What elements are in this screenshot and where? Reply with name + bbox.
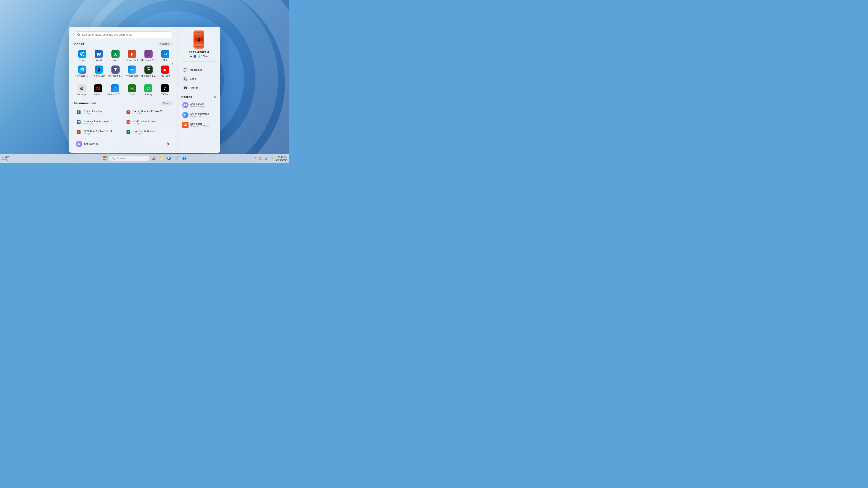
rec-time-5: 16h ago <box>133 132 156 135</box>
photos-button[interactable]: 🖼 Photos <box>181 84 217 92</box>
rec-item-family-reunion[interactable]: P Family Reunion Photos 2023 40m ago <box>123 107 173 117</box>
xbox-label: Xbox <box>129 93 135 96</box>
xlsx2-icon: X <box>125 129 131 135</box>
app-edge[interactable]: Edge <box>74 48 91 63</box>
chevron-up-icon[interactable]: ∧ <box>254 156 257 160</box>
taskbar-icon-teams[interactable]: 👥 <box>181 155 188 162</box>
rec-name-5: Expense Worksheet <box>133 130 156 132</box>
app-search-input[interactable] <box>82 33 169 36</box>
spotify-icon: ♫ <box>144 84 152 92</box>
app-xbox[interactable]: 🎮 Xbox <box>124 83 140 98</box>
volume-icon[interactable]: 🔊 <box>264 156 269 160</box>
word-icon: W <box>95 50 103 58</box>
app-powerpoint[interactable]: P PowerPoint <box>125 48 140 63</box>
start-menu-container: Pinned All apps › Edge W Word X <box>69 27 220 153</box>
app-todo[interactable]: ✓ Microsoft To Do <box>106 83 124 98</box>
rec-item-expense[interactable]: X Expense Worksheet 16h ago <box>123 127 173 137</box>
mail-label: Mail <box>163 59 167 61</box>
svg-text:P: P <box>127 111 129 113</box>
connected-indicator <box>190 56 192 57</box>
taskbar-search-icon: 🔍 <box>112 157 115 160</box>
app-excel[interactable]: X Excel <box>107 48 124 63</box>
svg-text:W: W <box>77 121 80 123</box>
app-mail[interactable]: ✉ Mail <box>158 48 173 63</box>
taskbar-icon-store[interactable]: 🛒 <box>173 155 180 162</box>
spotify-label: Spotify <box>145 93 152 96</box>
edge-icon <box>78 50 86 58</box>
app-netflix[interactable]: N Netflix <box>90 83 106 98</box>
app-settings[interactable]: ⚙ Settings <box>74 83 90 98</box>
rec-item-2024-goal[interactable]: P 2024 Goal & Objective Planning 3h ago <box>74 127 123 137</box>
kristin-name: Kristin Patterson <box>190 113 209 115</box>
svg-rect-16 <box>103 159 105 160</box>
system-clock[interactable]: 9:28 AM 10/6/2024 <box>276 156 287 161</box>
todo-label: Microsoft To Do <box>107 93 123 96</box>
battery-level: 100% <box>201 55 208 58</box>
solitaire-label: Microsoft Solitaire... <box>141 74 156 77</box>
network-icon[interactable]: 📶 <box>258 156 263 160</box>
more-button[interactable]: More › <box>161 101 173 105</box>
svg-text:P: P <box>78 131 79 133</box>
battery-taskbar-icon[interactable]: 🔋 <box>270 156 275 160</box>
svg-text:X: X <box>127 131 129 133</box>
calls-label: Calls <box>190 77 196 80</box>
recommended-section: Recommended More › X Project Planning 6h… <box>74 101 173 137</box>
rec-time-0: 6h ago <box>84 112 102 115</box>
recent-settings-icon[interactable]: ⚙ <box>214 95 217 99</box>
photo-name: New photo <box>190 123 209 125</box>
calls-button[interactable]: 📞 Calls <box>181 74 217 84</box>
taskbar-icon-browser[interactable]: 📁 <box>158 155 165 162</box>
app-solitaire[interactable]: 🃏 Microsoft Solitaire... <box>140 64 157 79</box>
photos-icon: 🖼 <box>78 66 86 74</box>
app-spotify[interactable]: ♫ Spotify <box>141 83 156 98</box>
android-phone-icon: 📱 <box>193 31 204 48</box>
user-section[interactable]: K Kat Larsson ⏻ <box>74 139 173 149</box>
rec-item-project-planning[interactable]: X Project Planning 6h ago <box>74 107 123 117</box>
start-button[interactable] <box>101 155 108 162</box>
all-apps-button[interactable]: All apps › <box>158 42 173 46</box>
kristin-avatar: KP <box>182 112 188 118</box>
app-search-box[interactable] <box>74 31 173 38</box>
taskbar-icon-files[interactable]: 🎪 <box>150 155 157 162</box>
svg-line-1 <box>79 35 80 36</box>
taskbar-right: ∧ 📶 🔊 🔋 9:28 AM 10/6/2024 <box>254 156 287 161</box>
app-tiktok[interactable]: ♪ TikTok <box>157 83 173 98</box>
app-whiteboard[interactable]: ✏️ Whiteboard <box>125 64 140 79</box>
phonelink-icon: 📱 <box>95 66 103 74</box>
recent-contact-aadi[interactable]: AK Aadi Kapoor New message <box>181 101 217 109</box>
rec-item-tennis[interactable]: W Summer Tennis League Schedule 45m ago <box>74 118 123 127</box>
weather-info[interactable]: ☀️ 78°F Sunny <box>2 156 10 161</box>
tiktok-label: TikTok <box>161 93 168 96</box>
rec-item-cocreation[interactable]: PDF Co-Creation Sessions 2h ago <box>123 118 173 127</box>
messages-label: Messages <box>190 68 202 71</box>
pinned-section-header: Pinned All apps › <box>74 42 173 46</box>
recommended-grid: X Project Planning 6h ago P Family Reuni… <box>74 107 173 137</box>
pptx-icon: P <box>125 109 131 116</box>
more-dots[interactable] <box>172 62 173 65</box>
photo-status: Today at 10:31 AM <box>190 125 209 127</box>
search-icon <box>77 33 80 36</box>
recent-contact-kristin[interactable]: KP Kristin Patterson Missed call <box>181 110 217 120</box>
powerpoint-icon: P <box>128 50 136 58</box>
kristin-status: Missed call <box>190 115 209 118</box>
app-clipchamp[interactable]: 🎬 Microsoft Clipchamp <box>140 48 157 63</box>
app-phonelink[interactable]: 📱 Phone Link <box>91 64 106 79</box>
power-button[interactable]: ⏻ <box>164 141 170 147</box>
pptx2-icon: P <box>75 129 82 135</box>
taskbar-icon-edge[interactable] <box>165 155 173 162</box>
weather-icon: ☀️ <box>2 156 4 158</box>
aadi-status: New message <box>190 105 205 107</box>
messages-button[interactable]: 💬 Messages <box>181 65 217 74</box>
app-word[interactable]: W Word <box>91 48 106 63</box>
whiteboard-icon: ✏️ <box>128 66 136 74</box>
start-menu-panel: Pinned All apps › Edge W Word X <box>69 27 178 153</box>
taskbar-search[interactable]: 🔍 Search <box>109 156 150 161</box>
recent-contact-photo[interactable]: 🏞 New photo Today at 10:31 AM <box>181 121 217 129</box>
app-photos[interactable]: 🖼 Microsoft Photos <box>74 64 91 79</box>
battery-icon: 🔋 <box>198 55 200 58</box>
device-name: Kat's Android <box>181 51 217 54</box>
todo-icon: ✓ <box>111 84 119 92</box>
app-teams[interactable]: T Microsoft Teams <box>107 64 124 79</box>
app-youtube[interactable]: ▶ YouTube <box>158 64 173 79</box>
xlsx-icon: X <box>75 109 82 116</box>
